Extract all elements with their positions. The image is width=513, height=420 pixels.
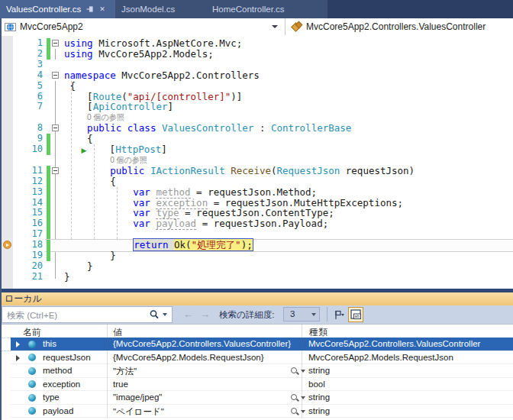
variable-value[interactable]: "方法" xyxy=(113,366,137,377)
text-visualizer-icon[interactable] xyxy=(290,367,305,376)
search-options-caret[interactable] xyxy=(163,313,167,316)
format-values-button[interactable]: ab xyxy=(348,307,363,322)
line-number: 6 xyxy=(11,92,43,102)
forward-arrow-icon[interactable]: → xyxy=(200,309,210,320)
variable-value[interactable]: {MvcCore5App2.Controllers.ValuesControll… xyxy=(113,339,291,348)
code-line[interactable]: 6 [Route("api/[controller]")] xyxy=(2,92,513,102)
variable-type: MvcCore5App2.Models.RequestJson xyxy=(308,353,453,362)
line-number: 11 xyxy=(11,166,43,176)
codelens-references[interactable]: 0 個の参照 xyxy=(87,112,124,123)
code-line[interactable]: 9 { xyxy=(2,134,513,144)
back-arrow-icon[interactable]: ← xyxy=(183,309,193,320)
tab-label: ValuesController.cs xyxy=(6,5,81,14)
variable-value[interactable]: "image/jpeg" xyxy=(113,393,162,402)
variable-name: type xyxy=(43,393,60,402)
expand-arrow-icon[interactable] xyxy=(16,355,20,361)
column-divider[interactable] xyxy=(302,324,302,418)
variable-icon xyxy=(28,354,36,361)
magnifier-part xyxy=(296,399,299,402)
code-line[interactable]: 19 } xyxy=(2,250,513,261)
code-line[interactable]: 2using MvcCore5App2.Models; xyxy=(2,49,513,60)
code-line[interactable]: 21} xyxy=(2,272,513,283)
line-number: 19 xyxy=(11,250,43,261)
code-line[interactable]: 10 ▶ [HttpPost] xyxy=(2,144,513,155)
chevron-down-icon xyxy=(311,313,316,316)
text-visualizer-icon[interactable] xyxy=(290,393,305,402)
code-line[interactable]: 3 xyxy=(2,60,513,70)
locals-row-requestJson[interactable]: requestJson{MvcCore5App2.Models.RequestJ… xyxy=(0,351,513,365)
code-line[interactable]: 16 var payload = requestJson.Payload; xyxy=(2,218,513,229)
line-number: 9 xyxy=(11,134,43,144)
search-depth-label: 検索の詳細度: xyxy=(219,309,274,321)
locals-row-this[interactable]: this{MvcCore5App2.Controllers.ValuesCont… xyxy=(0,338,513,351)
fold-toggle[interactable] xyxy=(52,167,59,174)
locals-row-exception[interactable]: exceptiontruebool xyxy=(0,378,513,392)
code-text: public IActionResult Receive(RequestJson… xyxy=(64,166,415,176)
pin-icon[interactable] xyxy=(86,5,94,13)
code-line[interactable]: 11 public IActionResult Receive(RequestJ… xyxy=(2,166,513,176)
project-icon xyxy=(5,22,16,32)
tab-bar: ValuesController.cs ✕ JsonModel.cs HomeC… xyxy=(0,0,513,18)
row-background xyxy=(11,364,513,378)
codelens-line[interactable]: 0 個の参照 xyxy=(2,155,513,166)
expand-arrow-icon[interactable] xyxy=(16,341,20,347)
column-divider[interactable] xyxy=(107,324,108,418)
code-line[interactable]: 4namespace MvcCore5App2.Controllers xyxy=(2,70,513,81)
search-depth-combobox[interactable]: 3 xyxy=(283,307,320,321)
project-dropdown[interactable]: MvcCore5App2 xyxy=(5,18,83,35)
project-name: MvcCore5App2 xyxy=(20,21,83,32)
code-text: } xyxy=(64,272,70,283)
locals-row-method[interactable]: method"方法"string xyxy=(0,364,513,378)
line-number: 4 xyxy=(11,70,43,81)
code-line[interactable]: 5 { xyxy=(2,81,513,92)
codelens-line[interactable]: 0 個の参照 xyxy=(2,112,513,123)
fold-toggle[interactable] xyxy=(52,72,59,79)
visual-studio-window: ValuesController.cs ✕ JsonModel.cs HomeC… xyxy=(0,0,513,420)
search-icon[interactable] xyxy=(149,309,160,320)
code-line[interactable]: 12 { xyxy=(2,176,513,187)
code-line[interactable]: 1using Microsoft.AspNetCore.Mvc; xyxy=(2,38,513,49)
tab-jsonmodel[interactable]: JsonModel.cs xyxy=(115,0,217,18)
code-text: { xyxy=(64,81,76,92)
code-text: using MvcCore5App2.Models; xyxy=(64,49,214,60)
code-line[interactable]: 20 } xyxy=(2,261,513,272)
text-visualizer-icon[interactable] xyxy=(290,407,305,416)
locals-row-payload[interactable]: payload"ペイロード"string xyxy=(0,405,513,418)
variable-icon xyxy=(28,341,36,348)
change-tracking-bar xyxy=(47,187,50,198)
class-icon xyxy=(292,22,302,31)
member-dropdown[interactable]: MvcCore5App2.Controllers.ValuesControlle… xyxy=(292,18,486,35)
locals-row-type[interactable]: type"image/jpeg"string xyxy=(0,391,513,405)
search-input[interactable] xyxy=(5,309,146,322)
line-number: 12 xyxy=(11,176,43,187)
change-tracking-bar xyxy=(47,144,50,155)
code-line[interactable]: 7 [ApiController] xyxy=(2,102,513,112)
code-line[interactable]: 8 public class ValuesController : Contro… xyxy=(2,123,513,134)
code-line[interactable]: 15 var type = requestJson.ContentType; xyxy=(2,208,513,218)
variable-type: string xyxy=(308,366,330,375)
close-icon[interactable]: ✕ xyxy=(99,5,105,13)
change-tracking-bar xyxy=(47,218,50,229)
code-line[interactable]: 14 var exception = requestJson.MuteHttpE… xyxy=(2,198,513,208)
flag-filter-button[interactable] xyxy=(331,307,347,322)
code-editor[interactable]: 1using Microsoft.AspNetCore.Mvc;2using M… xyxy=(2,36,513,289)
variable-value[interactable]: {MvcCore5App2.Models.RequestJson} xyxy=(113,353,264,362)
locals-title: ローカル xyxy=(5,292,42,305)
tab-label: JsonModel.cs xyxy=(121,5,175,14)
codelens-references[interactable]: 0 個の参照 xyxy=(110,155,147,166)
change-tracking-bar xyxy=(47,38,50,49)
fold-toggle[interactable] xyxy=(52,40,59,47)
code-text: [Route("api/[controller]")] xyxy=(64,92,242,102)
fold-toggle[interactable] xyxy=(52,124,59,131)
tab-valuescontroller[interactable]: ValuesController.cs ✕ xyxy=(0,0,126,18)
code-line[interactable]: 13 var method = requestJson.Method; xyxy=(2,187,513,198)
locals-title-bar[interactable]: ローカル xyxy=(0,292,513,305)
variable-type: string xyxy=(308,406,330,415)
chevron-down-icon[interactable] xyxy=(272,25,278,28)
variable-value[interactable]: true xyxy=(113,380,128,389)
code-text: public class ValuesController : Controll… xyxy=(64,123,351,134)
tab-homecontroller[interactable]: HomeController.cs xyxy=(206,0,327,18)
variable-value[interactable]: "ペイロード" xyxy=(113,406,164,418)
toolbar-separator xyxy=(327,307,327,321)
code-line[interactable]: 18 return Ok("処理完了"); xyxy=(2,240,513,250)
